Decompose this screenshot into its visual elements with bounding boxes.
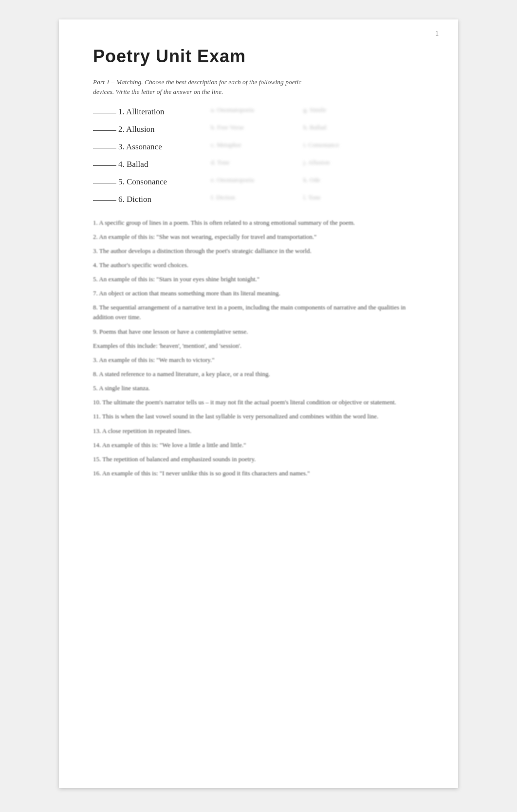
answer-cols: f. Diction l. Tone <box>211 194 367 201</box>
definition-item: 8. The sequential arrangement of a narra… <box>93 303 424 322</box>
matching-section: 1. Alliteration a. Onomatopoeia g. Simil… <box>93 106 424 204</box>
answer-col1: f. Diction <box>211 194 274 201</box>
answer-col2: j. Allusion <box>303 159 367 166</box>
definition-item: 8. A stated reference to a named literat… <box>93 369 424 379</box>
matching-row: 5. Consonance e. Onomatopoeia k. Ode <box>93 176 424 187</box>
answer-blank <box>93 183 116 183</box>
definition-item: 15. The repetition of balanced and empha… <box>93 454 424 464</box>
answer-blank <box>93 148 116 148</box>
matching-row: 3. Assonance c. Metaphor i. Consonance <box>93 141 424 152</box>
answer-col1: d. Tone <box>211 159 274 166</box>
term-label: 4. Ballad <box>118 159 201 169</box>
answer-cols: a. Onomatopoeia g. Simile <box>211 106 367 114</box>
answer-cols: d. Tone j. Allusion <box>211 159 367 166</box>
definition-item: 14. An example of this is: "We love a li… <box>93 440 424 450</box>
answer-col2: h. Ballad <box>303 124 367 131</box>
definition-item: 3. An example of this is: "We march to v… <box>93 355 424 365</box>
matching-row: 4. Ballad d. Tone j. Allusion <box>93 159 424 169</box>
page-number: 1 <box>435 30 439 37</box>
answer-col2: i. Consonance <box>303 141 367 149</box>
term-label: 6. Diction <box>118 194 201 204</box>
definition-item: 13. A close repetition in repeated lines… <box>93 426 424 436</box>
answer-col1: b. Free Verse <box>211 124 274 131</box>
matching-row: 2. Allusion b. Free Verse h. Ballad <box>93 124 424 134</box>
page-title: Poetry Unit Exam <box>93 46 424 67</box>
answer-col2: l. Tone <box>303 194 367 201</box>
answer-col1: a. Onomatopoeia <box>211 106 274 114</box>
answer-blank <box>93 113 116 113</box>
answer-cols: b. Free Verse h. Ballad <box>211 124 367 131</box>
definition-item: 5. An example of this is: "Stars in your… <box>93 274 424 284</box>
definition-item: 1. A specific group of lines in a poem. … <box>93 218 424 228</box>
term-label: 5. Consonance <box>118 176 201 187</box>
definitions-section: 1. A specific group of lines in a poem. … <box>93 218 424 479</box>
definition-item: 16. An example of this is: "I never unli… <box>93 469 424 478</box>
term-label: 3. Assonance <box>118 141 201 152</box>
answer-col2: g. Simile <box>303 106 367 114</box>
definition-item: 2. An example of this is: "She was not w… <box>93 232 424 242</box>
answer-blank <box>93 200 116 201</box>
definition-item: 4. The author's specific word choices. <box>93 260 424 270</box>
matching-row: 6. Diction f. Diction l. Tone <box>93 194 424 204</box>
answer-cols: c. Metaphor i. Consonance <box>211 141 367 149</box>
definition-item: 11. This is when the last vowel sound in… <box>93 412 424 421</box>
definition-item: 5. A single line stanza. <box>93 383 424 393</box>
term-label: 1. Alliteration <box>118 106 201 117</box>
definition-item: Examples of this include: 'heaven', 'men… <box>93 341 424 351</box>
definition-item: 9. Poems that have one lesson or have a … <box>93 327 424 337</box>
answer-cols: e. Onomatopoeia k. Ode <box>211 176 367 184</box>
instruction-text: Part 1 – Matching. Choose the best descr… <box>93 78 301 95</box>
part1-instruction: Part 1 – Matching. Choose the best descr… <box>93 77 424 97</box>
page: 1 Poetry Unit Exam Part 1 – Matching. Ch… <box>59 19 458 788</box>
answer-col1: c. Metaphor <box>211 141 274 149</box>
term-label: 2. Allusion <box>118 124 201 134</box>
definition-item: 3. The author develops a distinction thr… <box>93 246 424 256</box>
definition-item: 10. The ultimate the poem's narrator tel… <box>93 397 424 407</box>
answer-col2: k. Ode <box>303 176 367 184</box>
answer-col1: e. Onomatopoeia <box>211 176 274 184</box>
answer-blank <box>93 165 116 166</box>
matching-row: 1. Alliteration a. Onomatopoeia g. Simil… <box>93 106 424 117</box>
answer-blank <box>93 130 116 131</box>
definition-item: 7. An object or action that means someth… <box>93 289 424 298</box>
